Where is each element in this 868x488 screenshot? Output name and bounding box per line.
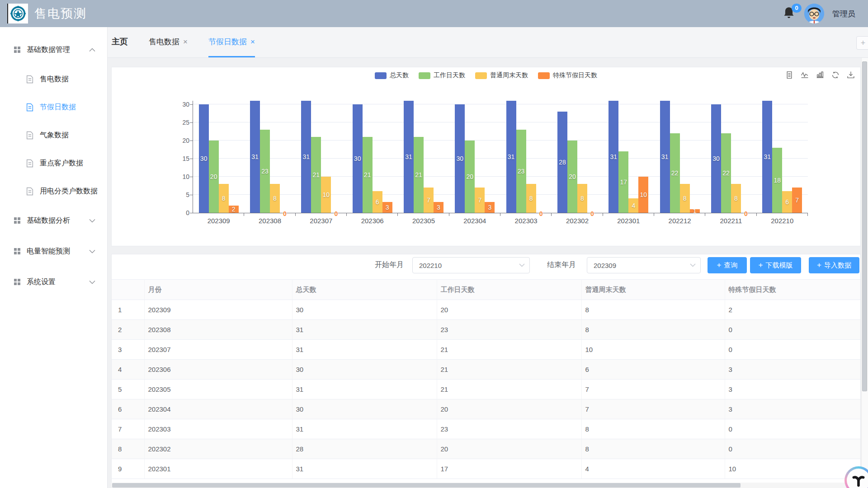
bar-value-label: 6: [785, 198, 789, 206]
bar[interactable]: 23: [516, 130, 526, 213]
table-row[interactable]: 32023073121100: [112, 340, 860, 360]
sidebar-item-weather-data[interactable]: 气象数据: [0, 121, 107, 149]
bar[interactable]: 10: [638, 177, 648, 213]
bar[interactable]: 31: [506, 101, 516, 213]
bar[interactable]: 7: [475, 188, 485, 213]
bar[interactable]: 7: [424, 188, 434, 213]
bar-value-label: 0: [590, 210, 594, 217]
legend-item[interactable]: 特殊节假日天数: [538, 71, 597, 80]
chevron-up-icon: [89, 48, 95, 52]
legend-item[interactable]: 普通周末天数: [475, 71, 528, 80]
vertical-scrollbar-thumb[interactable]: [862, 61, 867, 391]
bar[interactable]: 23: [260, 130, 270, 213]
sidebar-item-consumer-category-data[interactable]: 用电分类户数数据: [0, 177, 107, 205]
bar-group-202302: 282080202302: [552, 101, 603, 213]
bar[interactable]: 21: [414, 137, 424, 213]
bar[interactable]: 30: [199, 104, 209, 213]
bar[interactable]: 20: [465, 141, 475, 213]
legend-label: 特殊节假日天数: [553, 71, 597, 80]
restore-icon[interactable]: [831, 71, 840, 79]
bar[interactable]: 8: [270, 184, 280, 213]
bar[interactable]: 6: [373, 191, 382, 213]
start-month-select[interactable]: 202210: [412, 257, 530, 273]
bar[interactable]: 20: [209, 141, 219, 213]
import-data-button[interactable]: +导入数据: [809, 257, 859, 273]
bar[interactable]: 31: [660, 101, 670, 213]
data-view-icon[interactable]: [785, 71, 793, 79]
bar[interactable]: 1: [690, 209, 700, 213]
bar[interactable]: 21: [311, 137, 321, 213]
bar[interactable]: 8: [526, 184, 536, 213]
bar[interactable]: 31: [404, 101, 414, 213]
bar[interactable]: 3: [485, 202, 495, 213]
bar[interactable]: 17: [618, 151, 628, 213]
table-row[interactable]: 5202305312173: [112, 380, 860, 399]
admin-label[interactable]: 管理员: [832, 9, 855, 19]
sidebar-item-key-customer-data[interactable]: 重点客户数据: [0, 149, 107, 177]
bar[interactable]: 31: [250, 101, 260, 213]
bar[interactable]: 22: [721, 133, 731, 213]
bar[interactable]: 8: [680, 184, 690, 213]
tab-holiday-data[interactable]: 节假日数据×: [208, 27, 255, 57]
sidebar-section-basic-data-analysis[interactable]: 基础数据分析: [0, 205, 107, 236]
table-row[interactable]: 6202304302073: [112, 399, 860, 419]
horizontal-scrollbar[interactable]: [111, 483, 861, 488]
bar[interactable]: 3: [382, 202, 392, 213]
table-row[interactable]: 2202308312380: [112, 320, 860, 340]
bar[interactable]: 7: [792, 188, 802, 213]
bar[interactable]: 8: [731, 184, 741, 213]
table-row[interactable]: 8202302282080: [112, 439, 860, 459]
cell-月份: 202307: [144, 340, 292, 360]
bar[interactable]: 22: [670, 133, 680, 213]
close-icon[interactable]: ×: [183, 38, 188, 46]
save-image-icon[interactable]: [847, 71, 855, 79]
avatar[interactable]: [804, 4, 824, 23]
horizontal-scrollbar-thumb[interactable]: [112, 483, 741, 488]
bar[interactable]: 31: [301, 101, 311, 213]
bar[interactable]: 30: [711, 104, 721, 213]
close-icon[interactable]: ×: [250, 38, 255, 46]
bar[interactable]: 21: [363, 137, 373, 213]
tab-sales-data[interactable]: 售电数据×: [149, 27, 188, 57]
bar[interactable]: 30: [353, 104, 363, 213]
bar[interactable]: 31: [609, 101, 618, 213]
bar-group-202306: 302163202306: [347, 101, 398, 213]
bar[interactable]: 18: [772, 148, 782, 213]
y-axis-tick: [190, 141, 193, 141]
chevron-down-icon: [89, 249, 95, 253]
cell-总天数: 28: [292, 439, 437, 459]
bar[interactable]: 4: [628, 198, 638, 213]
bar[interactable]: 6: [782, 191, 792, 213]
sidebar-item-sales-data[interactable]: 售电数据: [0, 65, 107, 93]
sidebar-section-system-settings[interactable]: 系统设置: [0, 267, 107, 297]
vertical-scrollbar[interactable]: [861, 58, 868, 488]
bar[interactable]: 30: [455, 104, 465, 213]
bar[interactable]: 20: [567, 141, 577, 213]
bar-toggle-icon[interactable]: [816, 71, 824, 79]
notification-bell[interactable]: 0: [783, 6, 796, 21]
table-row[interactable]: 1202309302082: [112, 300, 860, 320]
bar[interactable]: 31: [762, 101, 772, 213]
bar[interactable]: 8: [219, 184, 229, 213]
download-template-button[interactable]: +下载模版: [750, 257, 801, 273]
add-tab-button[interactable]: +: [856, 36, 868, 50]
table-row[interactable]: 92023013117410: [112, 459, 860, 479]
legend-item[interactable]: 总天数: [375, 71, 409, 80]
bar[interactable]: 2: [229, 206, 239, 213]
table-row[interactable]: 4202306302163: [112, 360, 860, 380]
sidebar-item-holiday-data[interactable]: 节假日数据: [0, 93, 107, 121]
bar[interactable]: 10: [321, 177, 331, 213]
sidebar-section-basic-data-management[interactable]: 基础数据管理: [0, 34, 107, 65]
cell-月份: 202308: [144, 320, 292, 340]
tab-home[interactable]: 主页: [112, 27, 128, 57]
line-toggle-icon[interactable]: [801, 71, 809, 79]
legend-item[interactable]: 工作日天数: [419, 71, 465, 80]
query-button[interactable]: +查询: [708, 257, 747, 273]
table-row[interactable]: 7202303312380: [112, 419, 860, 439]
row-index: 6: [112, 399, 144, 419]
sidebar-section-power-smart-forecast[interactable]: 电量智能预测: [0, 236, 107, 267]
end-month-select[interactable]: 202309: [587, 257, 701, 273]
bar[interactable]: 3: [434, 202, 443, 213]
bar[interactable]: 28: [557, 112, 567, 213]
bar[interactable]: 8: [577, 184, 587, 213]
